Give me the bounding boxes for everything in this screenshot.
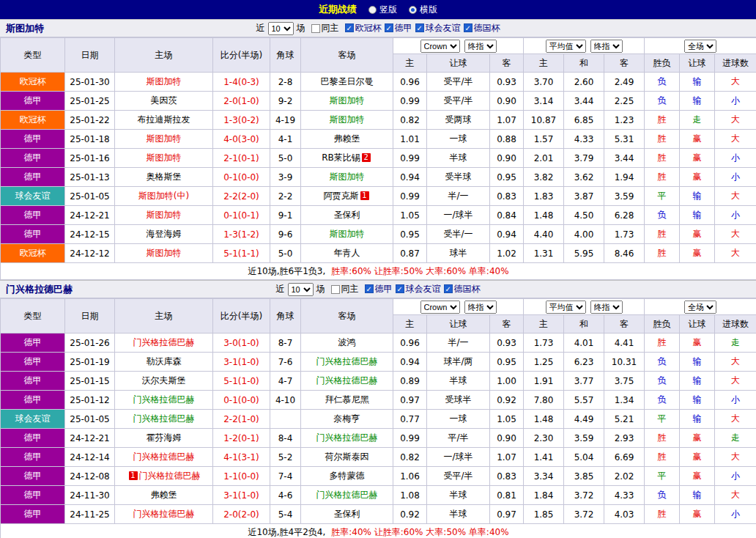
home-team[interactable]: 门兴格拉德巴赫 <box>115 505 213 524</box>
match-score: 1-4(0-3) <box>213 73 270 92</box>
home-team[interactable]: 沃尔夫斯堡 <box>115 372 213 391</box>
away-team[interactable]: 年青人 <box>301 244 393 263</box>
home-team[interactable]: 门兴格拉德巴赫 <box>115 334 213 353</box>
match-row: 德甲24-12-081门兴格拉德巴赫1-1(0-0)7-4多特蒙德1.06受平/… <box>1 467 756 486</box>
team-name: 门兴格拉德巴赫 <box>133 394 195 405</box>
away-team[interactable]: 门兴格拉德巴赫 <box>301 353 393 372</box>
match-count-select[interactable]: 10 <box>288 283 314 296</box>
checkbox-checked-icon[interactable] <box>464 23 472 32</box>
away-team[interactable]: 荷尔斯泰因 <box>301 448 393 467</box>
col-score: 比分(半场) <box>213 299 270 334</box>
odds-final-select[interactable]: 终指 <box>464 40 497 53</box>
col-corner: 角球 <box>270 38 301 73</box>
away-team[interactable]: 拜仁慕尼黑 <box>301 391 393 410</box>
away-team[interactable]: 波鸿 <box>301 334 393 353</box>
average-select[interactable]: 平均值 <box>546 40 586 53</box>
match-score: 5-1(1-0) <box>213 372 270 391</box>
odds-handicap: 受平/半 <box>427 92 490 111</box>
checkbox-unchecked-icon[interactable] <box>331 285 340 294</box>
league-filter-checkbox[interactable]: 球会友谊 <box>415 22 461 34</box>
home-team[interactable]: 斯图加特 <box>115 244 213 263</box>
league-filter-checkbox[interactable]: 球会友谊 <box>396 283 441 295</box>
away-team[interactable]: 斯图加特 <box>301 111 393 130</box>
home-team[interactable]: 布拉迪斯拉发 <box>115 111 213 130</box>
away-team[interactable]: 巴黎圣日尔曼 <box>301 73 393 92</box>
result-outcome: 平 <box>645 467 680 486</box>
league-filter-checkbox[interactable]: 德国杯 <box>464 22 500 34</box>
page-title: 近期战绩 <box>319 3 357 16</box>
same-venue-checkbox[interactable]: 同主 <box>311 22 339 34</box>
home-team[interactable]: 斯图加特 <box>115 206 213 225</box>
result-goals: 小 <box>715 168 756 187</box>
home-team[interactable]: 斯图加特(中) <box>115 187 213 206</box>
checkbox-checked-icon[interactable] <box>444 284 453 293</box>
match-row: 德甲24-11-30弗赖堡3-1(1-0)4-6门兴格拉德巴赫1.08半球0.8… <box>1 486 756 505</box>
away-team[interactable]: 门兴格拉德巴赫 <box>301 372 393 391</box>
checkbox-checked-icon[interactable] <box>415 23 424 32</box>
average-select[interactable]: 平均值 <box>546 301 586 314</box>
odds-company-select[interactable]: Crown <box>420 40 460 53</box>
odds-away: 1.02 <box>490 244 524 263</box>
checkbox-checked-icon[interactable] <box>385 23 393 32</box>
match-date: 24-11-25 <box>65 505 115 524</box>
home-team[interactable]: 勒沃库森 <box>115 353 213 372</box>
average-final-select[interactable]: 终指 <box>590 301 623 314</box>
home-team[interactable]: 门兴格拉德巴赫 <box>115 410 213 429</box>
match-count-select[interactable]: 10 <box>268 22 294 35</box>
odds-final-select[interactable]: 终指 <box>464 301 497 314</box>
team-name: 荷尔斯泰因 <box>325 452 369 462</box>
scope-select[interactable]: 全场 <box>684 40 716 53</box>
home-team[interactable]: 美因茨 <box>115 92 213 111</box>
avg-home: 1.85 <box>524 505 564 524</box>
odds-home: 0.96 <box>393 73 427 92</box>
odds-away: 0.95 <box>490 353 524 372</box>
league-filter-checkbox[interactable]: 德国杯 <box>444 283 481 295</box>
away-team[interactable]: 门兴格拉德巴赫 <box>301 486 393 505</box>
away-team[interactable]: 斯图加特 <box>301 92 393 111</box>
league-filter-checkbox[interactable]: 欧冠杯 <box>345 22 382 34</box>
league-filter-checkbox[interactable]: 德甲 <box>365 283 393 295</box>
home-team[interactable]: 1门兴格拉德巴赫 <box>115 467 213 486</box>
table-dropdown-row: 类型 日期 主场 比分(半场) 角球 客场 Crown终指 平均值终指 全场 <box>1 299 756 315</box>
match-date: 25-01-18 <box>65 130 115 149</box>
away-team[interactable]: 门兴格拉德巴赫 <box>301 429 393 448</box>
avg-home: 10.87 <box>524 111 564 130</box>
away-team[interactable]: 多特蒙德 <box>301 467 393 486</box>
league-label: 德国杯 <box>454 283 481 295</box>
checkbox-unchecked-icon[interactable] <box>311 24 320 33</box>
checkbox-checked-icon[interactable] <box>365 284 374 293</box>
avg-away: 1.94 <box>604 168 645 187</box>
avg-away: 3.44 <box>604 149 645 168</box>
result-handicap: 赢 <box>680 448 715 467</box>
away-team[interactable]: 圣保利 <box>301 206 393 225</box>
away-team[interactable]: 弗赖堡 <box>301 130 393 149</box>
checkbox-checked-icon[interactable] <box>396 284 404 293</box>
col-avg-away: 客 <box>604 315 645 334</box>
match-date: 24-12-14 <box>65 448 115 467</box>
away-team[interactable]: 斯图加特 <box>301 225 393 244</box>
away-team[interactable]: 阿贾克斯1 <box>301 187 393 206</box>
home-team[interactable]: 斯图加特 <box>115 130 213 149</box>
home-team[interactable]: 斯图加特 <box>115 73 213 92</box>
home-team[interactable]: 斯图加特 <box>115 149 213 168</box>
radio-horizontal-layout[interactable]: 横版 <box>409 4 437 16</box>
radio-vertical-layout[interactable]: 竖版 <box>368 4 397 16</box>
league-filter-checkbox[interactable]: 德甲 <box>385 22 412 34</box>
home-team[interactable]: 海登海姆 <box>115 225 213 244</box>
away-team[interactable]: 奈梅亨 <box>301 410 393 429</box>
home-team[interactable]: 门兴格拉德巴赫 <box>115 391 213 410</box>
home-team[interactable]: 弗赖堡 <box>115 486 213 505</box>
home-team[interactable]: 门兴格拉德巴赫 <box>115 448 213 467</box>
checkbox-checked-icon[interactable] <box>345 23 354 32</box>
near-label: 近 <box>276 283 285 295</box>
average-final-select[interactable]: 终指 <box>590 40 623 53</box>
same-venue-checkbox[interactable]: 同主 <box>331 283 359 295</box>
away-team[interactable]: 斯图加特 <box>301 168 393 187</box>
away-team[interactable]: 圣保利 <box>301 505 393 524</box>
home-team[interactable]: 奥格斯堡 <box>115 168 213 187</box>
home-team[interactable]: 霍芬海姆 <box>115 429 213 448</box>
match-date: 25-01-15 <box>65 372 115 391</box>
away-team[interactable]: RB莱比锡2 <box>301 149 393 168</box>
odds-company-select[interactable]: Crown <box>420 301 460 314</box>
scope-select[interactable]: 全场 <box>684 301 716 314</box>
